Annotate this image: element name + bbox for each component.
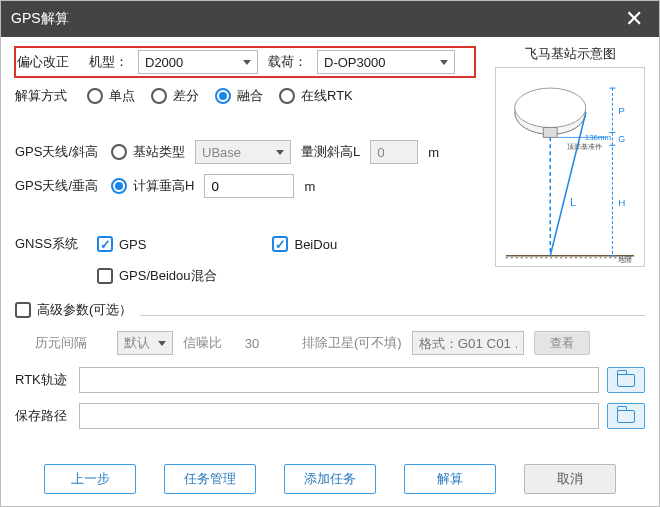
svg-text:顶部基准件: 顶部基准件 bbox=[567, 143, 602, 150]
model-label: 机型： bbox=[89, 53, 128, 71]
radio-single[interactable]: 单点 bbox=[87, 87, 135, 105]
task-manager-button[interactable]: 任务管理 bbox=[164, 464, 256, 494]
check-gps-beidou-mix[interactable]: GPS/Beidou混合 bbox=[97, 267, 217, 285]
unit-m: m bbox=[428, 145, 439, 160]
svg-text:G: G bbox=[618, 134, 625, 144]
payload-value: D-OP3000 bbox=[324, 55, 385, 70]
svg-rect-2 bbox=[543, 128, 557, 138]
gnss-label: GNSS系统 bbox=[15, 235, 79, 253]
rtk-path-label: RTK轨迹 bbox=[15, 371, 71, 389]
epoch-value: 默认 bbox=[124, 334, 150, 352]
footer-buttons: 上一步 任务管理 添加任务 解算 取消 bbox=[1, 454, 659, 506]
exclude-sat-label: 排除卫星(可不填) bbox=[302, 334, 402, 352]
offset-correction-label: 偏心改正 bbox=[17, 53, 69, 71]
check-advanced[interactable]: 高级参数(可选） bbox=[15, 301, 132, 319]
solve-mode-label: 解算方式 bbox=[15, 87, 71, 105]
folder-icon bbox=[617, 410, 635, 423]
svg-text:136mm: 136mm bbox=[585, 133, 612, 142]
exclude-sat-input bbox=[412, 331, 524, 355]
add-task-button[interactable]: 添加任务 bbox=[284, 464, 376, 494]
check-beidou[interactable]: BeiDou bbox=[272, 236, 337, 252]
save-path-input[interactable] bbox=[79, 403, 599, 429]
svg-point-1 bbox=[515, 88, 586, 127]
folder-icon bbox=[617, 374, 635, 387]
close-icon[interactable]: ✕ bbox=[619, 6, 649, 32]
snr-label: 信噪比 bbox=[183, 334, 222, 352]
solve-button[interactable]: 解算 bbox=[404, 464, 496, 494]
window-title: GPS解算 bbox=[11, 10, 69, 28]
radio-base-type[interactable]: 基站类型 bbox=[111, 143, 185, 161]
epoch-label: 历元间隔 bbox=[35, 334, 87, 352]
payload-select[interactable]: D-OP3000 bbox=[317, 50, 455, 74]
radio-online-rtk[interactable]: 在线RTK bbox=[279, 87, 353, 105]
base-type-value: UBase bbox=[202, 145, 241, 160]
rtk-path-input[interactable] bbox=[79, 367, 599, 393]
svg-text:H: H bbox=[618, 197, 625, 208]
cancel-button[interactable]: 取消 bbox=[524, 464, 616, 494]
calc-vert-input[interactable] bbox=[204, 174, 294, 198]
base-type-select: UBase bbox=[195, 140, 291, 164]
unit-m: m bbox=[304, 179, 315, 194]
save-browse-button[interactable] bbox=[607, 403, 645, 429]
snr-value: 30 bbox=[232, 336, 272, 351]
svg-text:P: P bbox=[618, 105, 625, 116]
diagram-image: L P G H 136mm 顶部基准件 地面 bbox=[495, 67, 645, 267]
model-value: D2000 bbox=[145, 55, 183, 70]
chevron-down-icon bbox=[440, 60, 448, 65]
save-path-label: 保存路径 bbox=[15, 407, 71, 425]
title-bar: GPS解算 ✕ bbox=[1, 1, 659, 37]
meas-slant-input bbox=[370, 140, 418, 164]
chevron-down-icon bbox=[276, 150, 284, 155]
radio-calc-vert[interactable]: 计算垂高H bbox=[111, 177, 194, 195]
gps-solve-dialog: GPS解算 ✕ 飞马基站示意图 L P G H bbox=[0, 0, 660, 507]
prev-button[interactable]: 上一步 bbox=[44, 464, 136, 494]
antenna-vert-label: GPS天线/垂高 bbox=[15, 177, 101, 195]
epoch-select: 默认 bbox=[117, 331, 173, 355]
radio-diff[interactable]: 差分 bbox=[151, 87, 199, 105]
model-select[interactable]: D2000 bbox=[138, 50, 258, 74]
view-button: 查看 bbox=[534, 331, 590, 355]
rtk-browse-button[interactable] bbox=[607, 367, 645, 393]
check-gps[interactable]: GPS bbox=[97, 236, 146, 252]
base-station-diagram: 飞马基站示意图 L P G H 136mm 顶部基准件 bbox=[495, 45, 645, 270]
chevron-down-icon bbox=[243, 60, 251, 65]
radio-fusion[interactable]: 融合 bbox=[215, 87, 263, 105]
antenna-slant-label: GPS天线/斜高 bbox=[15, 143, 101, 161]
diagram-title: 飞马基站示意图 bbox=[495, 45, 645, 63]
payload-label: 载荷： bbox=[268, 53, 307, 71]
svg-text:地面: 地面 bbox=[617, 256, 632, 263]
chevron-down-icon bbox=[158, 341, 166, 346]
meas-slant-label: 量测斜高L bbox=[301, 143, 360, 161]
svg-text:L: L bbox=[570, 196, 576, 208]
